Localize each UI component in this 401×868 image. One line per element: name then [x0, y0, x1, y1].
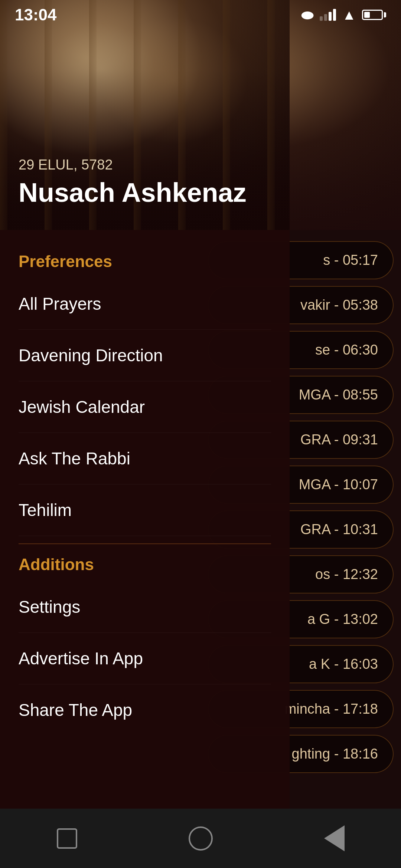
- status-icons: ⬬ ▲: [301, 6, 386, 23]
- navigation-drawer: 29 ELUL, 5782 Nusach Ashkenaz Preference…: [0, 0, 290, 868]
- menu-item-share[interactable]: Share The App: [19, 684, 271, 736]
- time-pill-text: GRA - 10:31: [300, 522, 378, 537]
- time-pill-text: vakir - 05:38: [300, 297, 378, 313]
- signal-bars-icon: [320, 9, 336, 21]
- time-pill-text: a G - 13:02: [307, 611, 378, 627]
- time-pill-text: s - 05:17: [323, 252, 378, 268]
- status-time: 13:04: [15, 6, 57, 24]
- time-pill-text: MGA - 10:07: [299, 477, 378, 492]
- status-bar: 13:04 ⬬ ▲: [0, 0, 401, 30]
- time-pill-text: os - 12:32: [315, 566, 378, 582]
- time-pill-text: ghting - 18:16: [292, 746, 378, 762]
- wifi-icon: ▲: [342, 7, 356, 23]
- nav-back-button[interactable]: [316, 820, 353, 857]
- menu-divider: [19, 543, 271, 544]
- battery-icon: [362, 10, 386, 20]
- menu-item-jewish-calendar[interactable]: Jewish Calendar: [19, 381, 271, 433]
- menu-item-advertise[interactable]: Advertise In App: [19, 633, 271, 684]
- back-icon: [324, 825, 345, 851]
- nav-square-button[interactable]: [48, 820, 85, 857]
- menu-item-settings[interactable]: Settings: [19, 581, 271, 633]
- hero-date: 29 ELUL, 5782: [19, 157, 247, 173]
- menu-item-all-prayers[interactable]: All Prayers: [19, 278, 271, 330]
- nav-home-button[interactable]: [182, 820, 219, 857]
- time-pill-text: se - 06:30: [315, 342, 378, 358]
- preferences-section-label: Preferences: [19, 252, 271, 271]
- drawer-menu-content: Preferences All Prayers Davening Directi…: [0, 230, 290, 747]
- hero-title: Nusach Ashkenaz: [19, 177, 247, 208]
- additions-section-label: Additions: [19, 555, 271, 574]
- menu-item-ask-the-rabbi[interactable]: Ask The Rabbi: [19, 433, 271, 484]
- navigation-bar: [0, 809, 401, 868]
- menu-item-tehilim[interactable]: Tehilim: [19, 484, 271, 536]
- time-pill-text: MGA - 08:55: [299, 387, 378, 402]
- drawer-hero: 29 ELUL, 5782 Nusach Ashkenaz: [0, 0, 290, 230]
- time-pill-text: a K - 16:03: [309, 656, 378, 672]
- time-pill-text: mincha - 17:18: [285, 701, 378, 717]
- time-pill-text: GRA - 09:31: [300, 432, 378, 447]
- circle-icon: [189, 826, 213, 851]
- bluetooth-icon: ⬬: [301, 6, 314, 23]
- menu-item-davening-direction[interactable]: Davening Direction: [19, 330, 271, 381]
- square-icon: [57, 828, 77, 849]
